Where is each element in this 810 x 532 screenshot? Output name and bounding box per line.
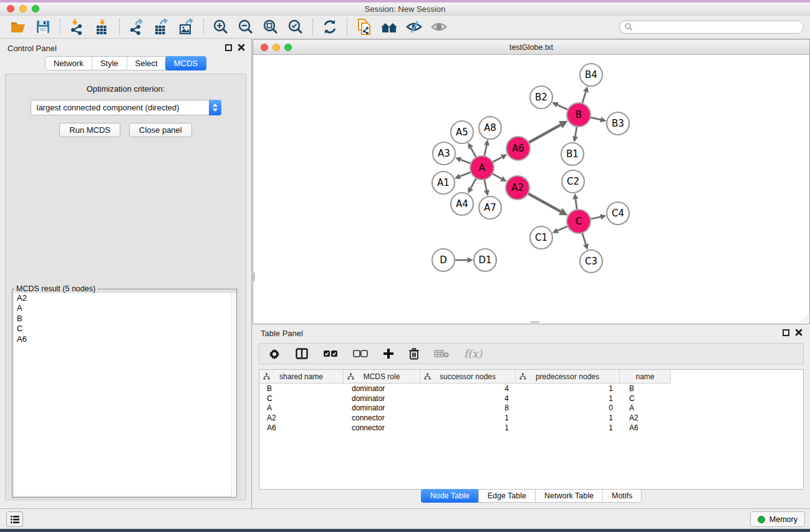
edge-arrowhead-icon [583, 86, 589, 92]
zoom-out-button[interactable] [235, 17, 256, 36]
export-image-button[interactable] [176, 17, 197, 36]
table-cell[interactable]: 4 [420, 394, 516, 404]
network-graph[interactable]: AA1A2A3A4A5A6A7A8BB1B2B3B4CC1C2C3C4DD1 [253, 55, 809, 323]
table-row[interactable]: Adominator80A [259, 404, 803, 414]
table-cell[interactable]: A [620, 404, 671, 414]
column-header-name[interactable]: name [620, 370, 671, 384]
open-file-button[interactable] [7, 17, 29, 36]
select-all-button[interactable] [323, 346, 338, 361]
table-cell[interactable]: connector [344, 413, 420, 423]
table-cell[interactable]: C [259, 394, 344, 404]
table-cell[interactable]: dominator [344, 394, 420, 404]
table-cell[interactable]: B [259, 384, 344, 394]
table-cell[interactable]: 1 [516, 384, 620, 394]
column-header-MCDS-role[interactable]: MCDS role [344, 370, 420, 384]
export-table-button[interactable] [151, 17, 172, 36]
table-settings-button[interactable] [268, 346, 281, 361]
optimization-criterion-select[interactable]: largest connected component (directed) [31, 100, 221, 115]
tab-network[interactable]: Network [46, 57, 92, 70]
network-window-title: testGlobe.txt [253, 43, 809, 52]
copy-network-button[interactable] [354, 17, 375, 36]
column-header-shared-name[interactable]: shared name [259, 370, 344, 384]
table-cell[interactable]: 4 [420, 384, 516, 394]
float-panel-icon[interactable] [225, 44, 232, 51]
result-list-item[interactable]: A6 [14, 334, 235, 344]
graph-node-label: B3 [612, 118, 624, 129]
close-panel-button[interactable]: Close panel [129, 123, 192, 137]
zoom-out-icon [237, 18, 254, 36]
result-list-item[interactable]: A2 [14, 293, 235, 303]
show-column-button[interactable] [296, 346, 308, 361]
float-table-panel-icon[interactable] [783, 329, 789, 336]
close-table-panel-icon[interactable] [795, 329, 803, 336]
edge-arrowhead-icon [572, 136, 578, 142]
show-panels-button[interactable] [6, 511, 23, 527]
table-cell[interactable]: A2 [259, 413, 344, 423]
show-hidden-button[interactable] [428, 17, 450, 36]
save-session-button[interactable] [32, 17, 54, 36]
result-scrollbar[interactable] [231, 293, 236, 497]
delete-column-button[interactable] [409, 346, 419, 361]
network-canvas[interactable]: AA1A2A3A4A5A6A7A8BB1B2B3B4CC1C2C3C4DD1 [253, 55, 809, 323]
tab-style[interactable]: Style [92, 57, 127, 70]
table-cell[interactable]: 1 [420, 413, 516, 423]
table-row[interactable]: A6connector11A6 [259, 423, 803, 433]
table-cell[interactable]: connector [344, 423, 420, 433]
unselect-all-button[interactable] [353, 346, 368, 361]
table-cell[interactable]: dominator [344, 384, 420, 394]
table-cell[interactable]: 1 [516, 413, 620, 423]
tab-motifs[interactable]: Motifs [602, 490, 641, 502]
column-header-successor-nodes[interactable]: successor nodes [420, 370, 516, 384]
refresh-button[interactable] [319, 17, 340, 36]
go-home-button[interactable] [378, 17, 400, 36]
tab-edge-table[interactable]: Edge Table [478, 490, 535, 502]
create-column-button[interactable] [383, 346, 394, 361]
memory-button[interactable]: Memory [750, 511, 805, 527]
network-window-titlebar[interactable]: testGlobe.txt [253, 40, 809, 55]
table-cell[interactable]: 1 [516, 394, 620, 404]
export-network-button[interactable] [126, 17, 147, 36]
table-cell[interactable]: 1 [420, 423, 516, 433]
tab-select[interactable]: Select [127, 57, 166, 70]
import-network-button[interactable] [67, 17, 88, 36]
tab-node-table[interactable]: Node Table [421, 489, 479, 503]
result-list-item[interactable]: A [14, 303, 235, 313]
zoom-in-button[interactable] [210, 17, 231, 36]
control-panel: Control Panel NetworkStyleSelectMCDS Opt… [0, 39, 252, 508]
mcds-result-list[interactable]: A2ABCA6 [14, 293, 235, 496]
search-input[interactable] [633, 22, 803, 32]
node-table[interactable]: shared nameMCDS rolesuccessor nodesprede… [259, 369, 804, 490]
table-row[interactable]: A2connector11A2 [259, 413, 803, 423]
hide-selected-button[interactable] [403, 17, 425, 36]
close-panel-icon[interactable] [238, 44, 245, 51]
edge-arrowhead-icon [600, 214, 606, 220]
column-header-predecessor-nodes[interactable]: predecessor nodes [516, 370, 620, 384]
memory-status-icon [758, 516, 765, 523]
table-cell[interactable]: A [259, 404, 344, 414]
result-list-item[interactable]: B [14, 314, 235, 324]
tab-network-table[interactable]: Network Table [535, 490, 602, 502]
table-cell[interactable]: A6 [259, 423, 344, 433]
table-cell[interactable]: C [620, 394, 671, 404]
search-field[interactable] [619, 21, 804, 34]
zoom-fit-button[interactable] [260, 17, 281, 36]
home-icon [380, 19, 398, 35]
toolbar-separator [60, 19, 60, 35]
table-row[interactable]: Bdominator41B [259, 384, 803, 394]
table-cell[interactable]: A2 [620, 413, 671, 423]
table-row[interactable]: Cdominator41C [259, 394, 803, 404]
delete-table-button[interactable] [434, 346, 449, 361]
graph-node-label: C3 [585, 256, 597, 267]
run-mcds-button[interactable]: Run MCDS [59, 123, 120, 137]
table-cell[interactable]: B [620, 384, 671, 394]
tab-mcds[interactable]: MCDS [165, 56, 206, 70]
table-cell[interactable]: A6 [620, 423, 671, 433]
import-table-button[interactable] [92, 17, 113, 36]
table-cell[interactable]: dominator [344, 404, 420, 414]
table-cell[interactable]: 1 [516, 423, 620, 433]
result-list-item[interactable]: C [14, 324, 235, 334]
function-builder-button[interactable]: f(x) [464, 346, 482, 361]
table-cell[interactable]: 0 [516, 404, 620, 414]
zoom-selected-button[interactable] [285, 17, 306, 36]
table-cell[interactable]: 8 [420, 404, 516, 414]
